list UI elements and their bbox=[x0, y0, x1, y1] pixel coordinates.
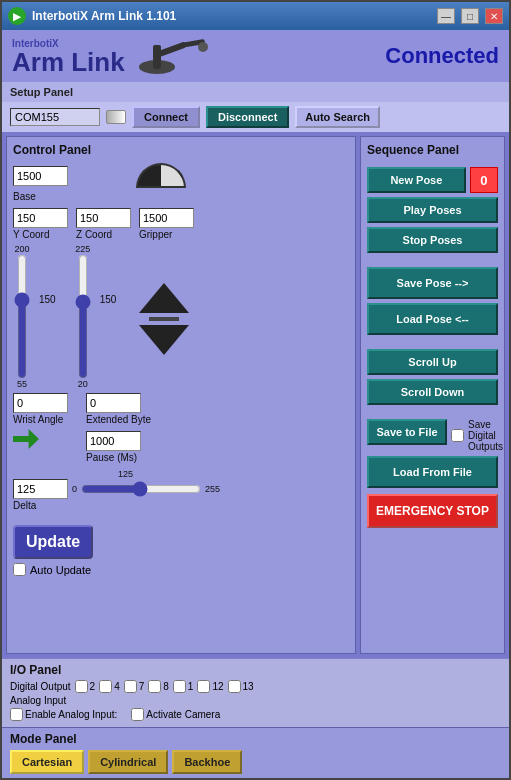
gripper-arrow-up bbox=[139, 283, 189, 313]
y-slider[interactable] bbox=[13, 254, 31, 379]
save-to-file-button[interactable]: Save to File bbox=[367, 419, 447, 445]
delta-input[interactable] bbox=[13, 479, 68, 499]
new-pose-button[interactable]: New Pose bbox=[367, 167, 466, 193]
control-panel: Control Panel Base Y Coord Z Coord bbox=[6, 136, 356, 654]
analog-input-row: Analog Input bbox=[10, 695, 501, 706]
base-section: Base bbox=[13, 163, 349, 202]
z-coord-block: Z Coord bbox=[76, 208, 131, 240]
minimize-button[interactable]: — bbox=[437, 8, 455, 24]
digital-check-4: 4 bbox=[99, 680, 120, 693]
app-icon: ▶ bbox=[8, 7, 26, 25]
y-coord-label: Y Coord bbox=[13, 229, 50, 240]
disconnect-button[interactable]: Disconnect bbox=[206, 106, 289, 128]
activate-camera-item: Activate Camera bbox=[131, 708, 220, 721]
z-coord-label: Z Coord bbox=[76, 229, 112, 240]
close-button[interactable]: ✕ bbox=[485, 8, 503, 24]
load-from-file-button[interactable]: Load From File bbox=[367, 456, 498, 488]
sequence-panel-title: Sequence Panel bbox=[367, 143, 498, 157]
wrist-angle-label: Wrist Angle bbox=[13, 414, 68, 425]
delta-row: 0 255 bbox=[13, 479, 349, 499]
robot-arm-icon bbox=[137, 37, 232, 75]
pause-input[interactable] bbox=[86, 431, 141, 451]
wrist-section: Wrist Angle Extended Byte Pause (Ms) bbox=[13, 393, 349, 463]
digital-check-7: 7 bbox=[124, 680, 145, 693]
save-pose-button[interactable]: Save Pose --> bbox=[367, 267, 498, 299]
save-digital-checkbox[interactable] bbox=[451, 429, 464, 442]
mode-cylindrical-button[interactable]: Cylindrical bbox=[88, 750, 168, 774]
mode-panel-title: Mode Panel bbox=[10, 732, 501, 746]
window-title: InterbotiX Arm Link 1.101 bbox=[32, 9, 431, 23]
com-slider[interactable] bbox=[106, 110, 126, 124]
delta-label: Delta bbox=[13, 500, 36, 511]
digital-output-row: Digital Output 2 4 7 8 1 12 13 bbox=[10, 680, 501, 693]
activate-camera-checkbox[interactable] bbox=[131, 708, 144, 721]
wrist-angle-input[interactable] bbox=[13, 393, 68, 413]
analog-input-label: Analog Input bbox=[10, 695, 66, 706]
control-panel-title: Control Panel bbox=[13, 143, 349, 157]
extended-byte-input[interactable] bbox=[86, 393, 141, 413]
connect-button[interactable]: Connect bbox=[132, 106, 200, 128]
enable-analog-checkbox[interactable] bbox=[10, 708, 23, 721]
scroll-up-button[interactable]: Scroll Up bbox=[367, 349, 498, 375]
svg-point-4 bbox=[198, 42, 208, 52]
delta-min-label: 0 bbox=[72, 484, 77, 494]
app-title: Arm Link bbox=[12, 49, 125, 75]
digital-output-label: Digital Output bbox=[10, 681, 71, 692]
y-coord-input[interactable] bbox=[13, 208, 68, 228]
app-header: InterbotiX Arm Link Connected bbox=[2, 30, 509, 82]
wrist-angle-block: Wrist Angle bbox=[13, 393, 68, 449]
io-panel: I/O Panel Digital Output 2 4 7 8 1 12 13 bbox=[2, 658, 509, 727]
delta-section: 125 0 255 Delta bbox=[13, 469, 349, 511]
z-min-label: 20 bbox=[78, 379, 88, 389]
delta-max-label: 255 bbox=[205, 484, 220, 494]
gripper-bar bbox=[149, 317, 179, 321]
com-port-input[interactable] bbox=[10, 108, 100, 126]
mode-backhoe-button[interactable]: Backhoe bbox=[172, 750, 242, 774]
base-input[interactable] bbox=[13, 166, 68, 186]
activate-camera-label: Activate Camera bbox=[146, 709, 220, 720]
auto-search-button[interactable]: Auto Search bbox=[295, 106, 380, 128]
mode-panel: Mode Panel Cartesian Cylindrical Backhoe bbox=[2, 727, 509, 778]
coords-row: Y Coord Z Coord Gripper bbox=[13, 208, 349, 240]
maximize-button[interactable]: □ bbox=[461, 8, 479, 24]
digital-check-13: 13 bbox=[228, 680, 254, 693]
analog-options-row: Enable Analog Input: Activate Camera bbox=[10, 708, 501, 721]
sliders-row: 200 55 150 225 20 150 bbox=[13, 244, 349, 389]
save-digital-label: Save Digital Outputs bbox=[468, 419, 503, 452]
digital-check-1: 1 bbox=[173, 680, 194, 693]
load-pose-button[interactable]: Load Pose <-- bbox=[367, 303, 498, 335]
sequence-panel: Sequence Panel New Pose 0 Play Poses Sto… bbox=[360, 136, 505, 654]
digital-check-2: 2 bbox=[75, 680, 96, 693]
gripper-input[interactable] bbox=[139, 208, 194, 228]
update-button[interactable]: Update bbox=[13, 525, 93, 559]
play-poses-button[interactable]: Play Poses bbox=[367, 197, 498, 223]
scroll-down-button[interactable]: Scroll Down bbox=[367, 379, 498, 405]
z-coord-input[interactable] bbox=[76, 208, 131, 228]
base-label: Base bbox=[13, 191, 349, 202]
z-slider[interactable] bbox=[74, 254, 92, 379]
gripper-visual bbox=[124, 244, 204, 374]
main-area: Control Panel Base Y Coord Z Coord bbox=[2, 132, 509, 658]
y-coord-block: Y Coord bbox=[13, 208, 68, 240]
mode-buttons-row: Cartesian Cylindrical Backhoe bbox=[10, 750, 501, 774]
stop-poses-button[interactable]: Stop Poses bbox=[367, 227, 498, 253]
pose-count: 0 bbox=[470, 167, 498, 193]
connection-bar: Connect Disconnect Auto Search bbox=[2, 102, 509, 132]
z-current-label: 150 bbox=[100, 294, 117, 305]
setup-panel-label: Setup Panel bbox=[2, 82, 509, 102]
enable-analog-label: Enable Analog Input: bbox=[25, 709, 117, 720]
z-slider-wrap: 225 20 bbox=[74, 244, 92, 389]
app-window: ▶ InterbotiX Arm Link 1.101 — □ ✕ Interb… bbox=[0, 0, 511, 780]
auto-update-checkbox[interactable] bbox=[13, 563, 26, 576]
emergency-stop-button[interactable]: EMERGENCY STOP bbox=[367, 494, 498, 528]
mode-cartesian-button[interactable]: Cartesian bbox=[10, 750, 84, 774]
delta-slider[interactable] bbox=[81, 482, 201, 496]
base-dial bbox=[136, 163, 186, 188]
enable-analog-item: Enable Analog Input: bbox=[10, 708, 117, 721]
gripper-arrow-down bbox=[139, 325, 189, 355]
y-max-label: 200 bbox=[14, 244, 29, 254]
z-max-label: 225 bbox=[75, 244, 90, 254]
wrist-ext-block: Extended Byte Pause (Ms) bbox=[86, 393, 151, 463]
auto-update-row: Auto Update bbox=[13, 563, 91, 576]
save-digital-row: Save Digital Outputs bbox=[451, 419, 503, 452]
